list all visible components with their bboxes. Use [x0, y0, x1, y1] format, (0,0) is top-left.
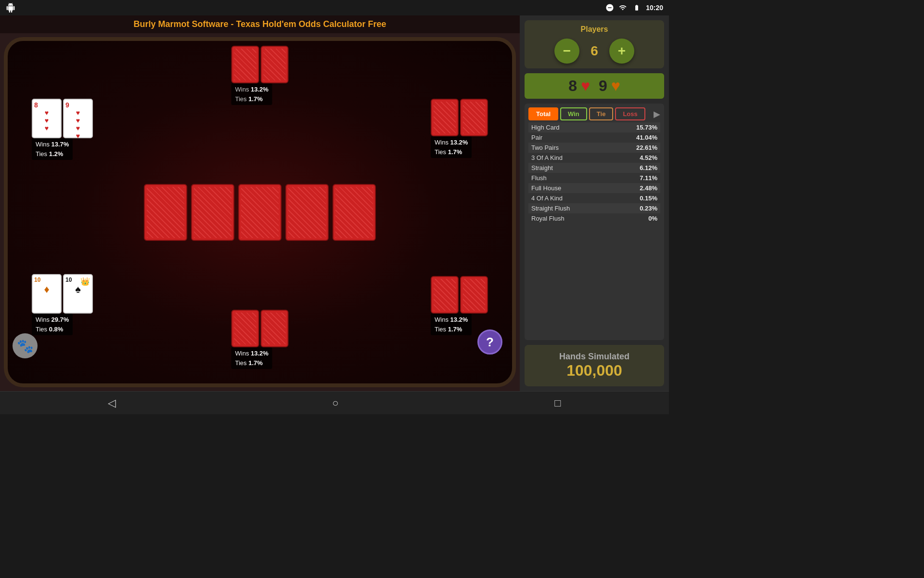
players-title: Players: [581, 25, 608, 34]
sidebar: Players − 6 + 8 ♥ 9 ♥ Total Win Tie: [520, 15, 669, 391]
status-bar: 10:20: [0, 0, 669, 15]
player-1-stats: Wins 13.2% Ties 1.7%: [231, 83, 272, 105]
card-back: [231, 310, 259, 347]
players-section: Players − 6 +: [525, 20, 664, 68]
stat-row: Full House2.48%: [528, 183, 660, 193]
player-6-hand[interactable]: Wins 13.2% Ties 1.7%: [431, 276, 488, 335]
card-back: [261, 46, 289, 83]
player-2-hand[interactable]: 8 ♥♥♥ 9 ♥♥♥♥ Wins 13.7% Ties 1.2%: [32, 99, 93, 160]
card-8-hearts: 8 ♥♥♥: [32, 99, 62, 138]
tab-total[interactable]: Total: [528, 107, 558, 120]
back-button[interactable]: ◁: [96, 393, 128, 413]
community-card-1: [144, 184, 187, 241]
player-6-stats: Wins 13.2% Ties 1.7%: [431, 314, 472, 335]
card-back: [460, 99, 488, 136]
android-icon: [6, 3, 15, 13]
wifi-icon: [618, 4, 628, 12]
dnd-icon: [605, 3, 614, 12]
recent-button[interactable]: □: [543, 393, 572, 413]
game-area: Burly Marmot Software - Texas Hold'em Od…: [0, 15, 520, 391]
player-5-hand[interactable]: Wins 13.2% Ties 1.7%: [231, 310, 289, 369]
player-4-cards: 10 ♦ 10 ♠ 👑: [32, 274, 93, 314]
stat-row: High Card15.73%: [528, 122, 660, 132]
player-3-stats: Wins 13.2% Ties 1.7%: [431, 136, 472, 158]
stats-section: Total Win Tie Loss ▶ High Card15.73%Pair…: [525, 104, 664, 340]
time-display: 10:20: [646, 4, 663, 12]
help-button[interactable]: ?: [477, 329, 502, 355]
stats-tabs: Total Win Tie Loss ▶: [528, 107, 660, 120]
decrement-players-button[interactable]: −: [554, 39, 579, 64]
card-10-diamonds: 10 ♦: [32, 274, 62, 314]
community-card-5: [333, 184, 376, 241]
hand-display: 8 ♥ 9 ♥: [525, 73, 664, 99]
community-card-2: [191, 184, 234, 241]
player-2-cards: 8 ♥♥♥ 9 ♥♥♥♥: [32, 99, 93, 138]
status-bar-left: [6, 3, 15, 13]
stat-row: 3 Of A Kind4.52%: [528, 153, 660, 163]
stat-row: Flush7.11%: [528, 173, 660, 183]
stat-row: Two Pairs22.61%: [528, 143, 660, 153]
card-back: [431, 99, 459, 136]
players-controls: − 6 +: [554, 39, 634, 64]
selected-suit-1: ♥: [581, 77, 590, 95]
player-4-stats: Wins 29.7% Ties 0.8%: [32, 314, 73, 335]
selected-suit-2: ♥: [611, 77, 620, 95]
card-back: [231, 46, 259, 83]
battery-icon: [631, 4, 642, 11]
player-3-hand[interactable]: Wins 13.2% Ties 1.7%: [431, 99, 488, 158]
app-container: Burly Marmot Software - Texas Hold'em Od…: [0, 15, 669, 391]
hands-simulated-value: 100,000: [531, 362, 657, 380]
community-card-3: [238, 184, 282, 241]
hands-simulated: Hands Simulated 100,000: [525, 345, 664, 386]
stat-row: Straight6.12%: [528, 163, 660, 173]
card-9-hearts: 9 ♥♥♥♥: [63, 99, 93, 138]
stats-list: High Card15.73%Pair41.04%Two Pairs22.61%…: [528, 122, 660, 223]
stat-row: 4 Of A Kind0.15%: [528, 193, 660, 203]
card-back: [460, 276, 488, 314]
tab-win[interactable]: Win: [560, 107, 587, 120]
selected-rank-1: 8: [568, 77, 577, 95]
player-1-hand[interactable]: Wins 13.2% Ties 1.7%: [231, 46, 289, 105]
card-10-spades: 10 ♠ 👑: [63, 274, 93, 314]
scroll-right-icon: ▶: [654, 107, 660, 120]
app-title: Burly Marmot Software - Texas Hold'em Od…: [0, 15, 520, 33]
selected-rank-2: 9: [599, 77, 607, 95]
player-count: 6: [587, 43, 602, 59]
hands-simulated-label: Hands Simulated: [531, 352, 657, 362]
player-1-cards: [231, 46, 289, 83]
card-back: [261, 310, 289, 347]
player-5-stats: Wins 13.2% Ties 1.7%: [231, 347, 272, 369]
stat-row: Straight Flush0.23%: [528, 203, 660, 213]
tab-loss[interactable]: Loss: [615, 107, 645, 120]
stat-row: Royal Flush0%: [528, 213, 660, 223]
home-button[interactable]: ○: [321, 393, 350, 413]
community-card-4: [285, 184, 329, 241]
player-4-hand[interactable]: 10 ♦ 10 ♠ 👑 Wins 29.7% Ties 0.8%: [32, 274, 93, 335]
player-5-cards: [231, 310, 289, 347]
tab-tie[interactable]: Tie: [589, 107, 614, 120]
poker-table: Wins 13.2% Ties 1.7% 8 ♥♥♥ 9 ♥♥♥♥: [4, 37, 516, 387]
mascot: 🐾: [13, 333, 38, 358]
stat-row: Pair41.04%: [528, 132, 660, 143]
community-cards: [144, 184, 376, 241]
card-back: [431, 276, 459, 314]
player-2-stats: Wins 13.7% Ties 1.2%: [32, 138, 73, 160]
status-bar-right: 10:20: [605, 3, 663, 12]
increment-players-button[interactable]: +: [609, 39, 634, 64]
player-6-cards: [431, 276, 488, 314]
player-3-cards: [431, 99, 488, 136]
bottom-nav: ◁ ○ □: [0, 391, 669, 414]
